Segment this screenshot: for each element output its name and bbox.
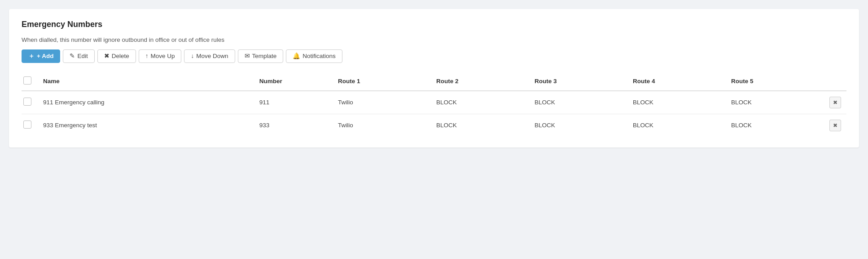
cell-number: 933 [254,114,333,137]
cell-route5: BLOCK [726,91,824,114]
notifications-button[interactable]: 🔔 Notifications [286,49,342,63]
toolbar: ＋ + Add ✎ Edit ✖ Delete ↑ Move Up ↓ Move… [22,49,846,63]
cell-route5: BLOCK [726,114,824,137]
delete-icon: ✖ [104,53,110,59]
cell-action: ✖ [824,91,846,114]
emergency-numbers-table: Name Number Route 1 Route 2 Route 3 Rout… [22,72,846,137]
main-container: Emergency Numbers When dialled, this num… [9,9,859,147]
move-down-label: Move Down [196,53,228,59]
cell-action: ✖ [824,114,846,137]
add-button[interactable]: ＋ + Add [22,49,60,63]
cell-number: 911 [254,91,333,114]
edit-label: Edit [77,53,88,59]
table-header-row: Name Number Route 1 Route 2 Route 3 Rout… [22,72,846,91]
header-route3: Route 3 [529,72,627,91]
header-route1: Route 1 [333,72,431,91]
cell-route3: BLOCK [529,114,627,137]
cell-name: 933 Emergency test [38,114,254,137]
cell-route3: BLOCK [529,91,627,114]
template-label: Template [252,53,277,59]
edit-icon: ✎ [70,53,75,59]
delete-label: Delete [112,53,129,59]
header-number: Number [254,72,333,91]
row-checkbox-0[interactable] [23,98,31,106]
plus-icon: ＋ [28,53,35,59]
header-action [824,72,846,91]
template-icon: ✉ [245,53,250,59]
move-up-icon: ↑ [145,53,149,59]
delete-button[interactable]: ✖ Delete [97,49,136,63]
add-label: + Add [37,53,53,59]
header-name: Name [38,72,254,91]
header-checkbox-cell [22,72,38,91]
cell-route2: BLOCK [431,114,529,137]
row-checkbox-cell [22,91,38,114]
move-down-icon: ↓ [191,53,194,59]
cell-route4: BLOCK [627,91,726,114]
page-title: Emergency Numbers [22,20,846,29]
template-button[interactable]: ✉ Template [238,49,284,63]
table-row: 933 Emergency test 933 Twilio BLOCK BLOC… [22,114,846,137]
edit-button[interactable]: ✎ Edit [63,49,94,63]
cell-route4: BLOCK [627,114,726,137]
move-up-button[interactable]: ↑ Move Up [139,49,182,63]
description-text: When dialled, this number will ignore ou… [22,36,846,43]
notifications-label: Notifications [302,53,336,59]
header-route5: Route 5 [726,72,824,91]
cell-route1: Twilio [333,91,431,114]
table-row: 911 Emergency calling 911 Twilio BLOCK B… [22,91,846,114]
cell-route2: BLOCK [431,91,529,114]
move-down-button[interactable]: ↓ Move Down [184,49,235,63]
row-checkbox-cell [22,114,38,137]
header-route4: Route 4 [627,72,726,91]
cell-name: 911 Emergency calling [38,91,254,114]
header-checkbox[interactable] [23,76,31,85]
row-checkbox-1[interactable] [23,121,31,129]
row-delete-button[interactable]: ✖ [829,97,841,108]
row-delete-button[interactable]: ✖ [829,120,841,131]
bell-icon: 🔔 [293,53,300,59]
move-up-label: Move Up [150,53,175,59]
cell-route1: Twilio [333,114,431,137]
header-route2: Route 2 [431,72,529,91]
